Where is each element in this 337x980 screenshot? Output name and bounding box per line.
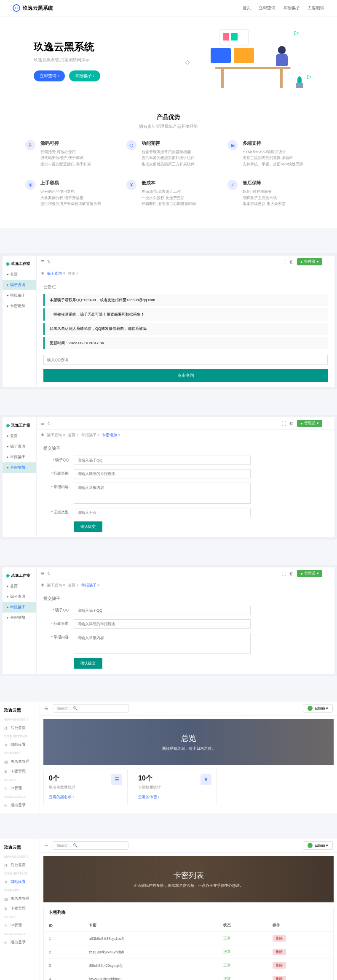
triangle-decoration-icon: ▷ <box>307 73 312 80</box>
sidebar-item-home[interactable]: ◔后台首页 <box>0 860 40 870</box>
banner-title: 总览 <box>181 733 196 743</box>
sidebar-item-setting[interactable]: ⚙网站设置 <box>0 740 40 750</box>
advantage-line: 集成众多优质的第三方扩展组件 <box>142 161 195 167</box>
sidebar-group-label: WEB SETTING <box>0 733 40 740</box>
menu-icon[interactable]: ☰ <box>44 843 48 848</box>
card-link[interactable]: 查看的卡密 › <box>138 794 160 800</box>
sidebar-item[interactable]: ▸ 举报骗子 <box>3 290 36 301</box>
submit-button[interactable]: 确认提交 <box>74 521 102 532</box>
card-icon: ☰ <box>111 774 122 785</box>
card-link[interactable]: 查看的黑名单 › <box>49 794 74 800</box>
field-label: *行政事由 <box>43 469 69 476</box>
menu-icon[interactable]: ☰ <box>41 421 45 426</box>
search-input[interactable]: Search... 🔍 <box>53 704 128 713</box>
hero-query-button[interactable]: 立即查询 › <box>34 70 65 81</box>
breadcrumb-item[interactable]: 举报骗子 × <box>81 432 100 438</box>
sidebar-item[interactable]: ▸ 首页 <box>3 431 36 441</box>
menu-icon[interactable]: ☰ <box>41 571 45 576</box>
menu-icon[interactable]: ☰ <box>44 706 48 711</box>
cell-id: 4 <box>44 972 84 980</box>
submit-button[interactable]: 确认提交 <box>74 658 102 669</box>
sidebar-item-ip[interactable]: ◇IP管理 <box>0 783 40 793</box>
user-dropdown[interactable]: admin ▾ <box>303 841 333 850</box>
breadcrumb-item[interactable]: 骗子查询 × <box>47 583 65 588</box>
sidebar-item-logout[interactable]: ⎋退出登录 <box>0 800 40 810</box>
sidebar-item-ip[interactable]: ◇IP管理 <box>0 921 40 930</box>
qq-input[interactable] <box>74 456 251 465</box>
sidebar-item[interactable]: ▸ 举报骗子 <box>3 602 36 613</box>
sidebar-item-list[interactable]: ▤黑名单管理 <box>0 894 40 904</box>
cell-action: 删除 <box>267 959 333 972</box>
more-icon[interactable]: ⋮ <box>326 421 330 426</box>
content-textarea[interactable] <box>74 483 251 504</box>
refresh-icon[interactable]: ↻ <box>47 421 51 426</box>
nav-link-report[interactable]: 举报骗子 <box>283 5 300 11</box>
refresh-icon[interactable]: ↻ <box>47 571 51 576</box>
cell-id: 1 <box>44 932 84 945</box>
theme-icon[interactable]: ◐ <box>289 571 294 576</box>
qq-input[interactable] <box>74 606 251 615</box>
more-icon[interactable]: ⋮ <box>326 259 330 265</box>
advantage-title: 上手容易 <box>40 180 101 186</box>
breadcrumb-item[interactable]: 首页 × <box>68 432 79 438</box>
avatar-icon <box>308 706 313 711</box>
sidebar-item[interactable]: ▸ 骗子查询 <box>3 591 36 602</box>
reason-input[interactable] <box>74 469 251 478</box>
user-dropdown[interactable]: ●管理员 ▾ <box>297 420 322 427</box>
fullscreen-icon[interactable]: ⛶ <box>281 421 286 426</box>
sidebar-item[interactable]: ▸ 骗子查询 <box>3 441 36 452</box>
logo-icon: C <box>13 4 20 12</box>
cell-key: zca1u0vkwx46vndph <box>84 945 218 959</box>
qq-search-input[interactable] <box>43 355 328 365</box>
reason-input[interactable] <box>74 619 251 629</box>
sidebar-item[interactable]: ▸ 卡密增加 <box>3 462 36 473</box>
sidebar-item[interactable]: ▸ 首页 <box>3 269 36 280</box>
nav-link-test[interactable]: 刀客测试 <box>308 5 324 11</box>
section-title: 提交骗子 <box>43 596 328 602</box>
breadcrumb-item[interactable]: 卡密增加 × <box>102 432 120 438</box>
sidebar-item-setting[interactable]: ⚙网站设置 <box>0 877 40 887</box>
fullscreen-icon[interactable]: ⛶ <box>281 571 286 576</box>
sidebar-item[interactable]: ▸ 举报骗子 <box>3 452 36 462</box>
hero-report-button[interactable]: 举报骗子 › <box>69 70 100 81</box>
sidebar-item-logout[interactable]: ⎋退出登录 <box>0 937 40 947</box>
advantage-line: 包含管理系统常用的基础功能 <box>142 149 195 155</box>
delete-button[interactable]: 删除 <box>273 935 286 942</box>
theme-icon[interactable]: ◐ <box>289 421 294 426</box>
delete-button[interactable]: 删除 <box>273 962 286 969</box>
sidebar-item-card[interactable]: ⊕卡密管理 <box>0 767 40 776</box>
fullscreen-icon[interactable]: ⛶ <box>281 259 286 265</box>
breadcrumb-item[interactable]: 首页 × <box>68 271 79 276</box>
content-textarea[interactable] <box>74 633 251 654</box>
sidebar-item-card[interactable]: ⊕卡密管理 <box>0 904 40 913</box>
sidebar-item-home[interactable]: ◔后台首页 <box>0 723 40 733</box>
search-button[interactable]: 点击查询 <box>43 369 328 382</box>
nav-link-query[interactable]: 立即查询 <box>259 5 275 11</box>
delete-button[interactable]: 删除 <box>273 976 286 980</box>
breadcrumb-item[interactable]: 举报骗子 × <box>81 583 100 588</box>
refresh-icon[interactable]: ↻ <box>47 259 51 264</box>
user-dropdown[interactable]: ●管理员 ▾ <box>297 258 322 265</box>
breadcrumb-item[interactable]: 骗子查询 × <box>47 432 65 438</box>
panel-icon <box>234 48 254 63</box>
sidebar-item-list[interactable]: ▤黑名单管理 <box>0 757 40 767</box>
sidebar-item[interactable]: ▸ 卡密增加 <box>3 613 36 623</box>
sidebar-group-label: WEB LOGOUT <box>0 793 40 800</box>
cell-id: 2 <box>44 945 84 959</box>
theme-icon[interactable]: ◐ <box>289 259 294 265</box>
search-input[interactable]: Search... 🔍 <box>53 841 128 850</box>
breadcrumb-item[interactable]: 骗子查询 × <box>47 271 65 276</box>
menu-icon[interactable]: ☰ <box>41 259 45 264</box>
type-input[interactable] <box>74 508 251 517</box>
breadcrumb-item[interactable]: 首页 × <box>68 583 79 588</box>
more-icon[interactable]: ⋮ <box>326 571 330 576</box>
sidebar-item[interactable]: ▸ 卡密增加 <box>3 301 36 311</box>
admin-overview-screenshot: 玖逸云黑 MANAGEMENT ◔后台首页 WEB SETTING ⚙网站设置 … <box>0 702 337 813</box>
nav-link-home[interactable]: 首页 <box>243 5 251 11</box>
sidebar-item[interactable]: ▸ 首页 <box>3 581 36 591</box>
user-dropdown[interactable]: admin ▾ <box>303 704 333 713</box>
sidebar-item[interactable]: ▸ 骗子查询 <box>3 280 36 290</box>
sidebar-group-label: WEB IP <box>0 913 40 921</box>
delete-button[interactable]: 删除 <box>273 949 286 955</box>
user-dropdown[interactable]: ●管理员 ▾ <box>297 570 322 577</box>
